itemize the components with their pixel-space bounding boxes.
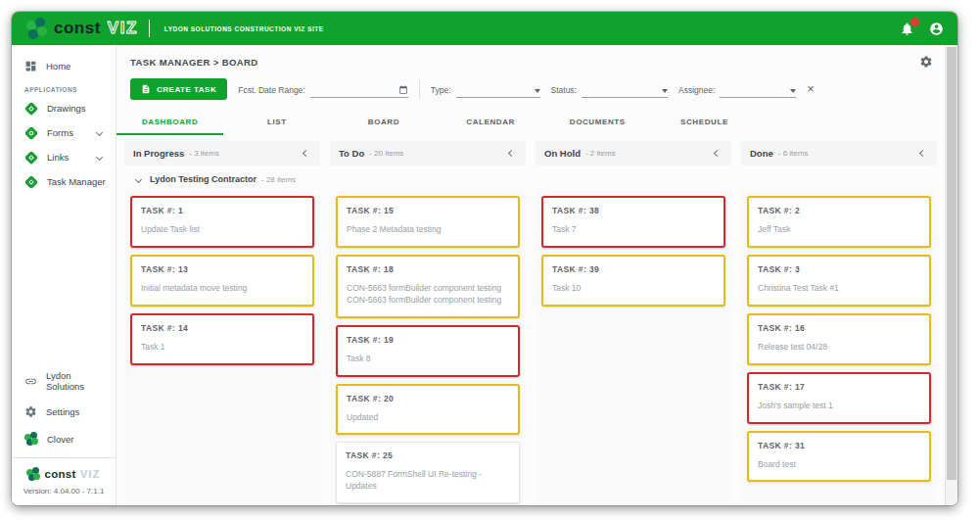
sidebar-settings-label: Settings	[46, 406, 79, 417]
sidebar-item-lydon-solutions[interactable]: Lydon Solutions	[12, 363, 116, 399]
clear-filters-icon[interactable]: ×	[807, 82, 815, 97]
tab-board[interactable]: BOARD	[330, 109, 437, 135]
sidebar-item-forms[interactable]: Forms	[12, 120, 116, 145]
group-name: Lydon Testing Contractor	[150, 174, 257, 184]
sidebar-clover-label: Clover	[47, 434, 73, 445]
type-select[interactable]	[456, 81, 540, 98]
task-card[interactable]: TASK #: 3Christina Test Task #1	[747, 255, 931, 307]
task-card[interactable]: TASK #: 14Task 1	[130, 313, 314, 365]
task-card[interactable]: TASK #: 25CON-5887 FormShell UI Re-testi…	[336, 442, 520, 503]
collapse-column-button[interactable]	[301, 148, 311, 159]
date-range-input[interactable]	[310, 85, 398, 95]
tab-schedule[interactable]: SCHEDULE	[651, 109, 758, 135]
column-title: Done	[750, 148, 773, 159]
brand-text-const: const	[54, 19, 101, 38]
task-card[interactable]: TASK #: 38Task 7	[541, 196, 725, 248]
sidebar-item-task-manager[interactable]: Task Manager	[12, 169, 116, 194]
task-card[interactable]: TASK #: 15Phase 2 Metadata testing	[336, 196, 520, 248]
status-label: Status:	[551, 85, 577, 98]
version-text: Version: 4.04.00 - 7.1.1	[16, 487, 112, 496]
collapse-column-button[interactable]	[712, 148, 723, 159]
sidebar: Home APPLICATIONS DrawingsFormsLinksTask…	[12, 45, 117, 505]
clover-icon	[24, 432, 38, 446]
tab-dashboard[interactable]: DASHBOARD	[117, 109, 223, 135]
sidebar-item-home[interactable]: Home	[12, 53, 116, 79]
sidebar-logo-box: const VIZ Version: 4.04.00 - 7.1.1	[12, 457, 116, 505]
column-done: TASK #: 2Jeff TaskTASK #: 3Christina Tes…	[741, 190, 937, 505]
status-input[interactable]	[582, 85, 662, 95]
status-select[interactable]	[582, 81, 668, 98]
sidebar-item-clover[interactable]: Clover	[12, 425, 116, 452]
task-number: TASK #: 31	[758, 441, 920, 450]
constviz-clover-icon-small	[26, 467, 40, 481]
assignee-select[interactable]	[720, 81, 796, 98]
task-card[interactable]: TASK #: 1Update Task list	[130, 196, 314, 248]
filter-assignee: Assignee:	[678, 81, 796, 98]
sidebar-constviz-logo: const VIZ	[16, 467, 112, 481]
main-content: TASK MANAGER > BOARD CREATE TASK Fcst. D…	[117, 45, 945, 505]
assignee-label: Assignee:	[678, 85, 715, 98]
sidebar-home-label: Home	[46, 61, 70, 71]
tab-calendar[interactable]: CALENDAR	[438, 109, 544, 135]
calendar-icon[interactable]	[398, 85, 408, 95]
board-settings-gear-icon[interactable]	[919, 55, 933, 69]
collapse-column-button[interactable]	[506, 148, 517, 159]
task-card[interactable]: TASK #: 20Updated	[336, 384, 520, 436]
create-task-label: CREATE TASK	[157, 85, 216, 94]
logo-text-const: const	[44, 468, 75, 480]
filter-type: Type:	[431, 81, 540, 98]
column-header-on-hold: On Hold- 2 items	[536, 141, 731, 165]
chevron-left-icon	[919, 150, 926, 157]
dropdown-arrow-icon	[790, 89, 796, 93]
task-card[interactable]: TASK #: 2Jeff Task	[747, 196, 931, 248]
task-card[interactable]: TASK #: 19Task 8	[336, 325, 520, 377]
task-card[interactable]: TASK #: 16Release test 04/28	[747, 313, 931, 365]
task-number: TASK #: 14	[141, 323, 303, 333]
task-description: Board test	[758, 459, 920, 471]
task-card[interactable]: TASK #: 31Board test	[747, 431, 931, 483]
logo-text-viz: VIZ	[80, 468, 101, 480]
account-icon[interactable]	[929, 22, 944, 36]
filter-toolbar: CREATE TASK Fcst. Date Range: Type:	[117, 71, 945, 109]
task-description: CON-5887 FormShell UI Re-testing - Updat…	[346, 469, 510, 493]
column-on-hold: TASK #: 38Task 7TASK #: 39Task 10	[536, 190, 731, 505]
chevron-left-icon	[508, 150, 515, 157]
constviz-clover-icon	[25, 18, 47, 39]
vertical-scrollbar[interactable]	[945, 45, 957, 505]
sidebar-item-drawings[interactable]: Drawings	[12, 96, 116, 120]
date-range-field[interactable]	[310, 81, 408, 98]
create-task-button[interactable]: CREATE TASK	[130, 78, 227, 100]
task-number: TASK #: 20	[347, 394, 509, 403]
collapse-column-button[interactable]	[917, 148, 928, 159]
task-card[interactable]: TASK #: 39Task 10	[541, 255, 725, 307]
scrollbar-thumb[interactable]	[947, 47, 957, 480]
task-number: TASK #: 2	[758, 206, 920, 215]
breadcrumb-row: TASK MANAGER > BOARD	[117, 45, 945, 71]
sidebar-item-settings[interactable]: Settings	[12, 399, 116, 425]
type-input[interactable]	[456, 85, 535, 95]
assignee-input[interactable]	[720, 85, 790, 95]
app-header: const VIZ LYDON SOLUTIONS CONSTRUCTION V…	[12, 12, 957, 45]
sidebar-item-label: Drawings	[47, 103, 86, 114]
brand-text-viz: VIZ	[108, 19, 138, 38]
task-number: TASK #: 3	[758, 264, 920, 274]
sidebar-item-links[interactable]: Links	[12, 145, 116, 169]
task-number: TASK #: 1	[141, 206, 303, 215]
task-card[interactable]: TASK #: 18CON-5663 formBuilder component…	[336, 255, 520, 318]
task-card[interactable]: TASK #: 13Initial metadata move testing	[130, 255, 314, 307]
task-manager-icon	[24, 174, 38, 188]
header-actions	[900, 22, 944, 36]
filter-divider	[419, 80, 420, 99]
kanban-board: In Progress- 3 itemsTo Do- 20 itemsOn Ho…	[117, 135, 945, 505]
notification-badge	[910, 18, 919, 26]
app-body: Home APPLICATIONS DrawingsFormsLinksTask…	[12, 45, 957, 505]
column-header-in-progress: In Progress- 3 items	[124, 141, 320, 165]
column-title: In Progress	[133, 148, 184, 159]
group-header[interactable]: Lydon Testing Contractor - 28 items	[124, 165, 937, 190]
sidebar-footer: Lydon Solutions Settings Clover const	[12, 363, 116, 505]
task-card[interactable]: TASK #: 17Josh's sample test 1	[747, 372, 931, 424]
notifications-bell-icon[interactable]	[900, 22, 914, 36]
date-range-label: Fcst. Date Range:	[238, 85, 305, 98]
tab-documents[interactable]: DOCUMENTS	[544, 109, 651, 135]
tab-list[interactable]: LIST	[223, 109, 330, 135]
